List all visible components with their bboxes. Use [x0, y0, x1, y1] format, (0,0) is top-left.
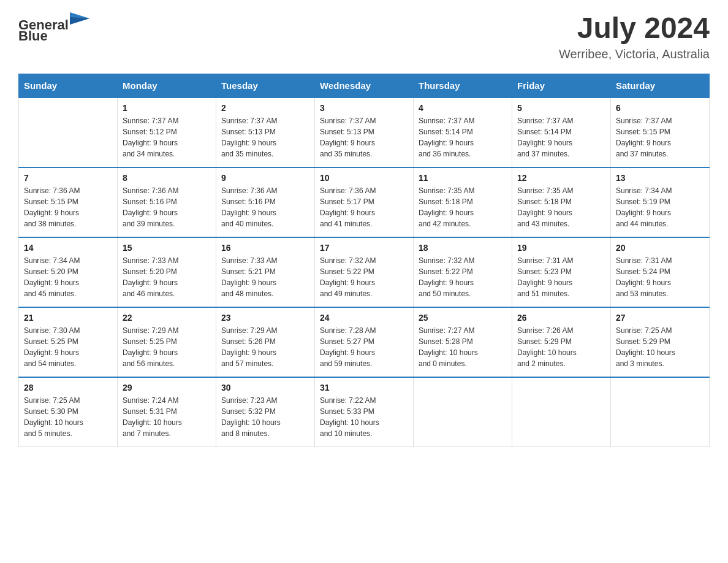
day-info: Sunrise: 7:36 AM Sunset: 5:16 PM Dayligh… [123, 185, 211, 229]
day-number: 27 [616, 313, 704, 323]
day-info: Sunrise: 7:31 AM Sunset: 5:23 PM Dayligh… [517, 255, 605, 299]
day-number: 4 [419, 103, 507, 113]
calendar-cell: 17Sunrise: 7:32 AM Sunset: 5:22 PM Dayli… [315, 237, 414, 307]
svg-marker-1 [70, 17, 89, 25]
logo: General Blue [18, 12, 89, 44]
day-number: 17 [320, 243, 408, 253]
day-info: Sunrise: 7:34 AM Sunset: 5:20 PM Dayligh… [24, 255, 112, 299]
col-friday: Friday [512, 74, 611, 98]
logo-blue-text: Blue [18, 28, 48, 44]
day-info: Sunrise: 7:23 AM Sunset: 5:32 PM Dayligh… [221, 395, 309, 439]
day-number: 14 [24, 243, 112, 253]
calendar-cell: 15Sunrise: 7:33 AM Sunset: 5:20 PM Dayli… [118, 237, 216, 307]
day-number: 3 [320, 103, 408, 113]
day-number: 6 [616, 103, 704, 113]
calendar-cell: 20Sunrise: 7:31 AM Sunset: 5:24 PM Dayli… [611, 237, 710, 307]
day-info: Sunrise: 7:30 AM Sunset: 5:25 PM Dayligh… [24, 325, 112, 369]
day-number: 13 [616, 173, 704, 183]
calendar-cell: 25Sunrise: 7:27 AM Sunset: 5:28 PM Dayli… [414, 307, 512, 377]
day-number: 10 [320, 173, 408, 183]
day-number: 1 [123, 103, 211, 113]
day-info: Sunrise: 7:37 AM Sunset: 5:14 PM Dayligh… [517, 115, 605, 159]
calendar-body: 1Sunrise: 7:37 AM Sunset: 5:12 PM Daylig… [19, 98, 710, 447]
calendar-cell: 3Sunrise: 7:37 AM Sunset: 5:13 PM Daylig… [315, 98, 414, 167]
calendar-week-5: 28Sunrise: 7:25 AM Sunset: 5:30 PM Dayli… [19, 377, 710, 447]
days-of-week-row: Sunday Monday Tuesday Wednesday Thursday… [19, 74, 710, 98]
day-number: 29 [123, 383, 211, 393]
calendar-cell [414, 377, 512, 447]
page: General Blue July 2024 Werribee, Victori… [0, 0, 728, 465]
calendar-cell: 28Sunrise: 7:25 AM Sunset: 5:30 PM Dayli… [19, 377, 118, 447]
calendar-week-3: 14Sunrise: 7:34 AM Sunset: 5:20 PM Dayli… [19, 237, 710, 307]
calendar-cell: 31Sunrise: 7:22 AM Sunset: 5:33 PM Dayli… [315, 377, 414, 447]
day-info: Sunrise: 7:28 AM Sunset: 5:27 PM Dayligh… [320, 325, 408, 369]
day-info: Sunrise: 7:22 AM Sunset: 5:33 PM Dayligh… [320, 395, 408, 439]
day-info: Sunrise: 7:32 AM Sunset: 5:22 PM Dayligh… [320, 255, 408, 299]
calendar-cell: 9Sunrise: 7:36 AM Sunset: 5:16 PM Daylig… [216, 167, 315, 237]
day-info: Sunrise: 7:37 AM Sunset: 5:12 PM Dayligh… [123, 115, 211, 159]
day-number: 7 [24, 173, 112, 183]
day-info: Sunrise: 7:31 AM Sunset: 5:24 PM Dayligh… [616, 255, 704, 299]
col-wednesday: Wednesday [315, 74, 414, 98]
day-number: 30 [221, 383, 309, 393]
day-info: Sunrise: 7:37 AM Sunset: 5:15 PM Dayligh… [616, 115, 704, 159]
calendar-cell: 6Sunrise: 7:37 AM Sunset: 5:15 PM Daylig… [611, 98, 710, 167]
day-info: Sunrise: 7:29 AM Sunset: 5:26 PM Dayligh… [221, 325, 309, 369]
day-info: Sunrise: 7:37 AM Sunset: 5:13 PM Dayligh… [320, 115, 408, 159]
day-info: Sunrise: 7:37 AM Sunset: 5:13 PM Dayligh… [221, 115, 309, 159]
day-number: 22 [123, 313, 211, 323]
calendar-cell: 29Sunrise: 7:24 AM Sunset: 5:31 PM Dayli… [118, 377, 216, 447]
calendar-cell [19, 98, 118, 167]
calendar-cell: 26Sunrise: 7:26 AM Sunset: 5:29 PM Dayli… [512, 307, 611, 377]
calendar-cell: 11Sunrise: 7:35 AM Sunset: 5:18 PM Dayli… [414, 167, 512, 237]
day-number: 28 [24, 383, 112, 393]
calendar-cell: 19Sunrise: 7:31 AM Sunset: 5:23 PM Dayli… [512, 237, 611, 307]
day-info: Sunrise: 7:36 AM Sunset: 5:16 PM Dayligh… [221, 185, 309, 229]
day-info: Sunrise: 7:29 AM Sunset: 5:25 PM Dayligh… [123, 325, 211, 369]
calendar-cell: 10Sunrise: 7:36 AM Sunset: 5:17 PM Dayli… [315, 167, 414, 237]
day-number: 5 [517, 103, 605, 113]
day-info: Sunrise: 7:34 AM Sunset: 5:19 PM Dayligh… [616, 185, 704, 229]
day-number: 23 [221, 313, 309, 323]
calendar-cell: 27Sunrise: 7:25 AM Sunset: 5:29 PM Dayli… [611, 307, 710, 377]
day-info: Sunrise: 7:32 AM Sunset: 5:22 PM Dayligh… [419, 255, 507, 299]
calendar-cell: 13Sunrise: 7:34 AM Sunset: 5:19 PM Dayli… [611, 167, 710, 237]
calendar-cell: 16Sunrise: 7:33 AM Sunset: 5:21 PM Dayli… [216, 237, 315, 307]
location: Werribee, Victoria, Australia [559, 47, 710, 61]
calendar-cell [611, 377, 710, 447]
calendar-cell: 1Sunrise: 7:37 AM Sunset: 5:12 PM Daylig… [118, 98, 216, 167]
day-number: 2 [221, 103, 309, 113]
col-monday: Monday [118, 74, 216, 98]
calendar-cell: 8Sunrise: 7:36 AM Sunset: 5:16 PM Daylig… [118, 167, 216, 237]
calendar-cell [512, 377, 611, 447]
day-number: 24 [320, 313, 408, 323]
day-number: 19 [517, 243, 605, 253]
calendar-table: Sunday Monday Tuesday Wednesday Thursday… [18, 74, 710, 447]
calendar-cell: 18Sunrise: 7:32 AM Sunset: 5:22 PM Dayli… [414, 237, 512, 307]
day-number: 12 [517, 173, 605, 183]
calendar-week-1: 1Sunrise: 7:37 AM Sunset: 5:12 PM Daylig… [19, 98, 710, 167]
day-number: 8 [123, 173, 211, 183]
day-number: 16 [221, 243, 309, 253]
calendar-cell: 21Sunrise: 7:30 AM Sunset: 5:25 PM Dayli… [19, 307, 118, 377]
col-thursday: Thursday [414, 74, 512, 98]
day-number: 9 [221, 173, 309, 183]
day-number: 18 [419, 243, 507, 253]
calendar-cell: 24Sunrise: 7:28 AM Sunset: 5:27 PM Dayli… [315, 307, 414, 377]
day-number: 11 [419, 173, 507, 183]
calendar-cell: 12Sunrise: 7:35 AM Sunset: 5:18 PM Dayli… [512, 167, 611, 237]
day-info: Sunrise: 7:33 AM Sunset: 5:20 PM Dayligh… [123, 255, 211, 299]
day-number: 15 [123, 243, 211, 253]
calendar-week-2: 7Sunrise: 7:36 AM Sunset: 5:15 PM Daylig… [19, 167, 710, 237]
calendar-cell: 2Sunrise: 7:37 AM Sunset: 5:13 PM Daylig… [216, 98, 315, 167]
day-number: 20 [616, 243, 704, 253]
col-sunday: Sunday [19, 74, 118, 98]
header: General Blue July 2024 Werribee, Victori… [18, 12, 710, 61]
day-number: 26 [517, 313, 605, 323]
day-info: Sunrise: 7:24 AM Sunset: 5:31 PM Dayligh… [123, 395, 211, 439]
day-info: Sunrise: 7:27 AM Sunset: 5:28 PM Dayligh… [419, 325, 507, 369]
day-info: Sunrise: 7:35 AM Sunset: 5:18 PM Dayligh… [517, 185, 605, 229]
calendar-week-4: 21Sunrise: 7:30 AM Sunset: 5:25 PM Dayli… [19, 307, 710, 377]
calendar-cell: 5Sunrise: 7:37 AM Sunset: 5:14 PM Daylig… [512, 98, 611, 167]
calendar-cell: 14Sunrise: 7:34 AM Sunset: 5:20 PM Dayli… [19, 237, 118, 307]
